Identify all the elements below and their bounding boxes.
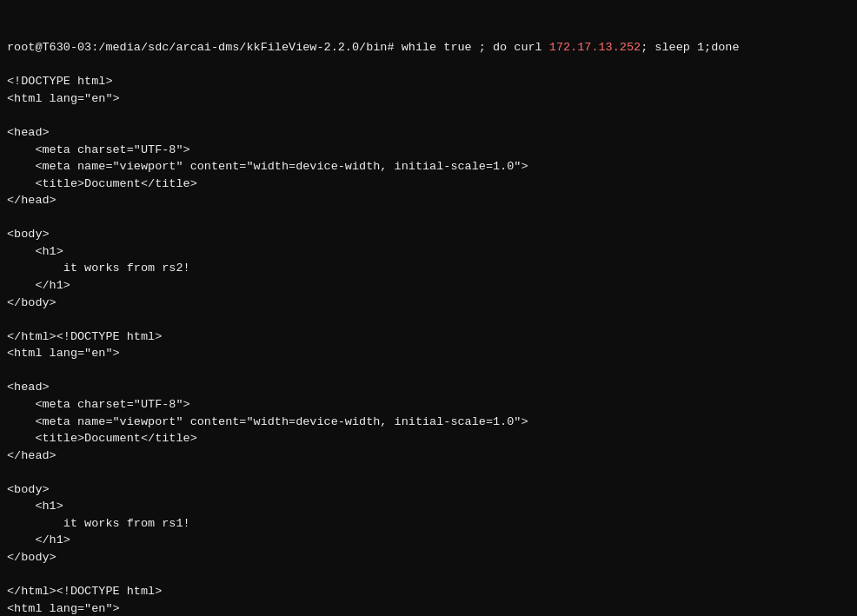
command-prefix: while true ; do curl xyxy=(395,41,549,54)
block1-head-open: <head> xyxy=(7,126,50,139)
block2-html-close: </html> xyxy=(7,585,56,598)
block1-meta1: <meta charset="UTF-8"> xyxy=(7,143,190,156)
block1-meta2: <meta name="viewport" content="width=dev… xyxy=(7,160,528,173)
block1-body-open: <body> xyxy=(7,228,50,241)
block1-h1-close: </h1> xyxy=(7,279,70,292)
block2-doctype: <!DOCTYPE html> xyxy=(56,330,163,343)
block1-h1-open: <h1> xyxy=(7,245,63,258)
block2-meta1: <meta charset="UTF-8"> xyxy=(7,398,190,411)
block2-h1-open: <h1> xyxy=(7,500,63,513)
block3-doctype: <!DOCTYPE html> xyxy=(56,585,163,598)
block2-title: <title>Document</title> xyxy=(7,432,197,445)
block2-head-close: </head> xyxy=(7,449,56,462)
block2-html-open: <html lang="en"> xyxy=(7,347,120,360)
block2-body-open: <body> xyxy=(7,483,50,496)
block1-works-rs2: it works from rs2! xyxy=(7,262,190,275)
block2-meta2: <meta name="viewport" content="width=dev… xyxy=(7,415,528,428)
block1-html-close: </html> xyxy=(7,330,56,343)
block2-head-open: <head> xyxy=(7,381,50,394)
ip-address: 172.17.13.252 xyxy=(549,41,641,54)
terminal-output: root@T630-03:/media/sdc/arcai-dms/kkFile… xyxy=(7,5,850,616)
block1-line2: <html lang="en"> xyxy=(7,92,120,105)
command-line: root@T630-03:/media/sdc/arcai-dms/kkFile… xyxy=(7,39,850,56)
block1-line1: <!DOCTYPE html> xyxy=(7,75,113,88)
block1-body-close: </body> xyxy=(7,296,56,309)
block3-html-open: <html lang="en"> xyxy=(7,602,120,615)
block2-works-rs1: it works from rs1! xyxy=(7,517,190,530)
block1-head-close: </head> xyxy=(7,194,56,207)
block1-title: <title>Document</title> xyxy=(7,177,197,190)
command-suffix: ; sleep 1;done xyxy=(641,41,739,54)
block2-h1-close: </h1> xyxy=(7,533,70,546)
block2-body-close: </body> xyxy=(7,551,56,564)
prompt: root@T630-03:/media/sdc/arcai-dms/kkFile… xyxy=(7,41,395,54)
